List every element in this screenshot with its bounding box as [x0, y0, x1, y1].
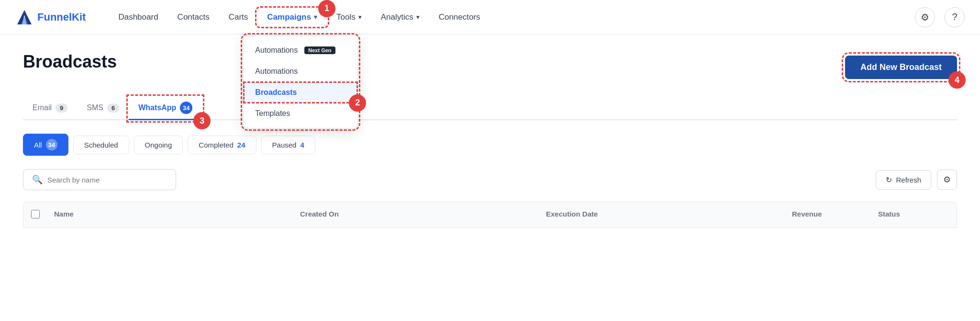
- nav-carts[interactable]: Carts: [219, 9, 258, 26]
- search-box[interactable]: 🔍: [23, 169, 176, 190]
- channel-tabs: Email 9 SMS 6 WhatsApp 34 3: [23, 97, 957, 120]
- sliders-icon: ⚙: [943, 174, 951, 185]
- settings-icon-btn[interactable]: ⚙: [915, 7, 935, 27]
- refresh-button[interactable]: ↻ Refresh: [876, 170, 931, 190]
- chevron-down-icon: ▾: [416, 13, 420, 21]
- action-bar: 🔍 ↻ Refresh ⚙: [23, 169, 957, 190]
- whatsapp-count-badge: 34: [180, 102, 192, 114]
- main-content: Broadcasts Add New Broadcast 4 Email 9 S…: [0, 34, 980, 321]
- logo-text: FunnelKit: [37, 11, 86, 23]
- search-input[interactable]: [47, 176, 167, 184]
- tab-sms[interactable]: SMS 6: [77, 99, 129, 119]
- nav-campaigns-wrapper: Campaigns ▾ 1 Automations Next Gen Autom…: [257, 9, 327, 26]
- add-broadcast-button[interactable]: Add New Broadcast: [845, 56, 957, 79]
- chevron-down-icon: ▾: [358, 13, 362, 21]
- th-revenue: Revenue: [784, 210, 870, 220]
- nav-right-icons: ⚙ ?: [909, 7, 965, 27]
- chevron-down-icon: ▾: [314, 13, 317, 21]
- search-icon: 🔍: [32, 174, 43, 185]
- th-created-on: Created On: [292, 210, 538, 220]
- filter-settings-button[interactable]: ⚙: [937, 170, 957, 190]
- email-count-badge: 9: [56, 103, 67, 113]
- next-gen-badge: Next Gen: [304, 46, 335, 54]
- gear-icon: ⚙: [921, 11, 929, 23]
- completed-badge: 24: [237, 141, 245, 149]
- dropdown-automations-nextgen[interactable]: Automations Next Gen: [244, 40, 357, 61]
- filter-paused[interactable]: Paused 4: [261, 136, 315, 154]
- dropdown-automations[interactable]: Automations: [244, 61, 357, 82]
- help-icon-btn[interactable]: ?: [945, 7, 965, 27]
- paused-badge: 4: [300, 141, 304, 149]
- nav-contacts[interactable]: Contacts: [168, 9, 219, 26]
- nav-campaigns[interactable]: Campaigns ▾ 1: [257, 9, 327, 26]
- th-checkbox[interactable]: [23, 210, 46, 220]
- annotation-3: 3: [193, 112, 211, 129]
- all-badge: 34: [46, 139, 57, 150]
- dropdown-broadcasts[interactable]: Broadcasts 2: [244, 82, 357, 103]
- table-header: Name Created On Execution Date Revenue S…: [23, 202, 957, 228]
- filter-completed[interactable]: Completed 24: [188, 136, 256, 154]
- annotation-4: 4: [948, 71, 966, 89]
- th-execution-date: Execution Date: [538, 210, 784, 220]
- nav-items: Dashboard Contacts Carts Campaigns ▾ 1 A…: [109, 9, 909, 26]
- tab-email[interactable]: Email 9: [23, 99, 77, 119]
- filter-scheduled[interactable]: Scheduled: [73, 136, 129, 154]
- filter-tabs: All 34 Scheduled Ongoing Completed 24 Pa…: [23, 134, 957, 156]
- annotation-2: 2: [349, 94, 366, 112]
- sms-count-badge: 6: [107, 103, 119, 113]
- nav-analytics[interactable]: Analytics ▾: [371, 9, 429, 26]
- select-all-checkbox[interactable]: [31, 210, 40, 218]
- filter-ongoing[interactable]: Ongoing: [134, 136, 183, 154]
- nav-dashboard[interactable]: Dashboard: [109, 9, 167, 26]
- tab-whatsapp[interactable]: WhatsApp 34 3: [129, 97, 202, 120]
- top-navigation: FunnelKit Dashboard Contacts Carts Campa…: [0, 0, 980, 34]
- nav-connectors[interactable]: Connectors: [429, 9, 490, 26]
- filter-all[interactable]: All 34: [23, 134, 68, 156]
- logo[interactable]: FunnelKit: [15, 8, 86, 26]
- dropdown-templates[interactable]: Templates: [244, 103, 357, 124]
- page-title: Broadcasts: [23, 52, 117, 72]
- th-status: Status: [870, 210, 957, 220]
- refresh-icon: ↻: [886, 175, 892, 184]
- annotation-1: 1: [318, 0, 335, 17]
- question-icon: ?: [952, 11, 957, 23]
- action-right: ↻ Refresh ⚙: [876, 170, 957, 190]
- th-name: Name: [46, 210, 292, 220]
- campaigns-dropdown: Automations Next Gen Automations Broadca…: [243, 35, 358, 128]
